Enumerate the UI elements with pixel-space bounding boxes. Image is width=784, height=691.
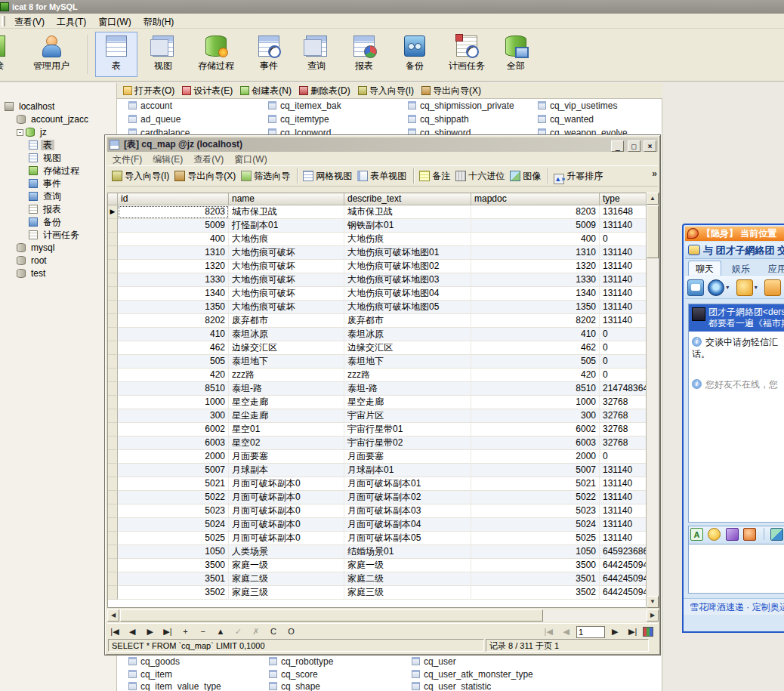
table-row[interactable]: 5023月面可破坏副本0月面可破坏副本035023131140 — [108, 504, 648, 518]
sidebar-item-account_jzacc[interactable]: account_jzacc — [0, 113, 116, 126]
chat-window[interactable]: 【隐身】 当前位置 与 团才子網絡团 交谈 聊天娱乐应用 ▾ ▾ 团才子網絡团<… — [682, 224, 784, 633]
cell-type[interactable]: 32768 — [600, 409, 648, 423]
cell-type[interactable]: 32768 — [600, 396, 648, 409]
cell-name[interactable]: 月面可破坏副本0 — [229, 491, 344, 504]
cell-type[interactable]: 32768 — [600, 423, 648, 437]
table-row[interactable]: 5024月面可破坏副本0月面可破坏副本045024131140 — [108, 518, 648, 532]
table-list-item[interactable]: cq_goods — [128, 656, 180, 668]
cell-mapdoc[interactable]: 3502 — [471, 586, 600, 600]
next-record-button[interactable]: ▶ — [143, 624, 158, 640]
cell-mapdoc[interactable]: 1320 — [471, 260, 600, 273]
cell-type[interactable]: 131648 — [600, 205, 648, 219]
cell-describe_text[interactable]: 废弃都市 — [344, 314, 471, 328]
cell-name[interactable]: 大地伤痕可破坏 — [229, 273, 344, 287]
horizontal-scrollbar[interactable]: ◀ ▶ — [107, 609, 659, 622]
cell-type[interactable]: 6459236864 — [600, 545, 648, 559]
cell-name[interactable]: 星空02 — [229, 437, 344, 450]
cell-describe_text[interactable]: 星空走廊 — [344, 396, 471, 409]
cell-mapdoc[interactable]: 8203 — [471, 205, 600, 219]
cell-name[interactable]: 星尘走廊 — [229, 409, 344, 423]
row-selector[interactable] — [108, 396, 118, 409]
row-selector[interactable] — [108, 260, 118, 273]
cell-mapdoc[interactable]: 1000 — [471, 396, 600, 409]
cell-name[interactable]: 家庭三级 — [229, 586, 344, 600]
cell-describe_text[interactable]: 大地伤痕可破坏地图05 — [344, 301, 471, 314]
cell-describe_text[interactable]: 边缘交汇区 — [344, 341, 471, 355]
cell-name[interactable]: 大地伤痕可破坏 — [229, 301, 344, 314]
menu-item-2[interactable]: 窗口(W) — [92, 14, 137, 29]
row-selector[interactable] — [108, 233, 118, 246]
vertical-scrollbar[interactable]: ▲ ▼ — [646, 193, 658, 608]
row-selector[interactable] — [108, 423, 118, 437]
cell-type[interactable]: 6442450944 — [600, 559, 648, 572]
window-toolbar-memo-button[interactable]: 备注 — [418, 168, 454, 184]
window-toolbar-imp-button[interactable]: 导入向导(I) — [110, 168, 173, 184]
table-row[interactable]: 8510泰坦-路泰坦-路85102147483648 — [108, 382, 648, 396]
cell-mapdoc[interactable]: 5023 — [471, 504, 600, 518]
cell-id[interactable]: 8203 — [118, 205, 229, 219]
object-toolbar-create-button[interactable]: 创建表(N) — [239, 83, 298, 98]
cell-mapdoc[interactable]: 2000 — [471, 450, 600, 464]
cell-id[interactable]: 6003 — [118, 437, 229, 450]
cancel-edit-button[interactable]: ✗ — [248, 624, 264, 640]
table-row[interactable]: 1350大地伤痕可破坏大地伤痕可破坏地图051350131140 — [108, 301, 648, 314]
last-record-button[interactable]: ▶| — [160, 624, 175, 640]
cell-name[interactable]: 边缘交汇区 — [229, 341, 344, 355]
cell-type[interactable]: 6442450944 — [600, 586, 648, 600]
cell-describe_text[interactable]: 泰坦冰原 — [344, 328, 471, 341]
row-selector[interactable] — [108, 586, 118, 600]
cell-id[interactable]: 5025 — [118, 532, 229, 545]
cell-name[interactable]: 泰坦-路 — [229, 382, 344, 396]
table-window-menu-1[interactable]: 编辑(E) — [147, 152, 188, 165]
cell-id[interactable]: 5024 — [118, 518, 229, 532]
font-settings-icon[interactable]: A — [690, 528, 703, 541]
row-selector[interactable] — [108, 559, 118, 572]
cell-name[interactable]: 城市保卫战 — [229, 205, 344, 219]
cell-name[interactable]: 泰坦地下 — [229, 355, 344, 369]
object-toolbar-exp-button[interactable]: 导出向导(X) — [420, 83, 487, 98]
table-row[interactable]: 6003星空02宇宙行星带02600332768 — [108, 437, 648, 450]
cell-mapdoc[interactable]: 3501 — [471, 572, 600, 586]
cell-describe_text[interactable]: 宇宙行星带02 — [344, 437, 471, 450]
row-selector[interactable] — [108, 491, 118, 504]
cell-mapdoc[interactable]: 5009 — [471, 219, 600, 233]
cell-mapdoc[interactable]: 6003 — [471, 437, 600, 450]
cell-type[interactable]: 131140 — [600, 518, 648, 532]
table-list-item[interactable]: cq_item_value_type — [128, 681, 221, 691]
window-toolbar-gridv-button[interactable]: 网格视图 — [301, 168, 356, 184]
table-row[interactable]: 2000月面要塞月面要塞20000 — [108, 450, 648, 464]
toolbar-view-button[interactable]: 视图 — [142, 32, 184, 77]
table-list-item[interactable]: cq_user — [412, 656, 456, 668]
webcam-icon[interactable] — [708, 279, 724, 296]
chat-input-area[interactable] — [688, 544, 784, 594]
table-window-titlebar[interactable]: [表] cq_map @jz (localhost) _ □ × — [107, 137, 658, 152]
cell-type[interactable]: 0 — [600, 450, 648, 464]
table-row[interactable]: 1050人类场景结婚场景0110506459236864 — [108, 545, 648, 559]
object-toolbar-open-button[interactable]: 打开表(O) — [122, 83, 181, 98]
add-record-button[interactable]: + — [177, 624, 193, 640]
row-selector[interactable] — [108, 314, 118, 328]
webcam-dropdown-caret[interactable]: ▾ — [726, 279, 733, 296]
cell-mapdoc[interactable]: 3500 — [471, 559, 600, 572]
cell-mapdoc[interactable]: 5025 — [471, 532, 600, 545]
cell-describe_text[interactable]: 月球副本01 — [344, 464, 471, 477]
cell-id[interactable]: 2000 — [118, 450, 229, 464]
sidebar-item-计画任务[interactable]: 计画任务 — [0, 229, 116, 242]
cell-id[interactable]: 3502 — [118, 586, 229, 600]
toolbar-query-button[interactable]: 查询 — [296, 32, 337, 77]
sidebar-item-事件[interactable]: 事件 — [0, 177, 116, 190]
set-filter-icon[interactable] — [643, 627, 653, 637]
first-page-button[interactable]: |◀ — [541, 624, 556, 640]
cell-id[interactable]: 1350 — [118, 301, 229, 314]
cell-type[interactable]: 6442450944 — [600, 572, 648, 586]
row-selector[interactable] — [108, 273, 118, 287]
cell-id[interactable]: 3501 — [118, 572, 229, 586]
cell-type[interactable]: 131140 — [600, 301, 648, 314]
cell-name[interactable]: 月面要塞 — [229, 450, 344, 464]
cell-type[interactable]: 131140 — [600, 504, 648, 518]
toolbar-user-button[interactable]: 管理用户 — [17, 32, 86, 77]
cell-id[interactable]: 5022 — [118, 491, 229, 504]
cell-mapdoc[interactable]: 5007 — [471, 464, 600, 477]
nudge-dropdown-caret[interactable]: ▾ — [755, 279, 762, 296]
sidebar-item-查询[interactable]: 查询 — [0, 190, 116, 203]
